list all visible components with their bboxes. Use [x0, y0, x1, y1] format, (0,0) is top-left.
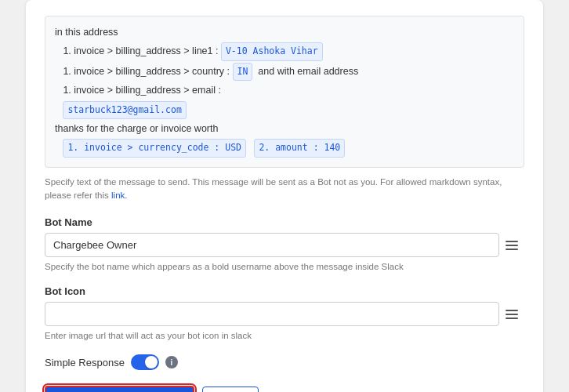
save-send-test-button[interactable]: Save & Send Test Request: [45, 386, 194, 392]
simple-response-info-icon[interactable]: i: [165, 356, 178, 368]
bot-name-menu-icon[interactable]: [499, 236, 524, 255]
message-line-5: thanks for the charge or invoice worth: [55, 121, 514, 137]
message-line-1: in this address: [55, 24, 514, 41]
tag-country: IN: [233, 63, 253, 82]
tag-email: starbuck123@gmail.com: [63, 101, 186, 120]
bot-icon-menu-icon[interactable]: [499, 305, 524, 324]
message-hint: Specify text of the message to send. Thi…: [45, 176, 524, 203]
bot-name-section: Bot Name Specify the bot name which appe…: [45, 216, 524, 271]
tag-amount: 2. amount : 140: [254, 139, 345, 158]
message-line-3: 1. invoice > billing_address > country :…: [55, 63, 514, 82]
message-line-4b: starbuck123@gmail.com: [55, 101, 514, 120]
tag-currency: 1. invoice > currency_code : USD: [63, 139, 246, 158]
action-buttons: Save & Send Test Request Save: [45, 386, 524, 392]
message-line-4: 1. invoice > billing_address > email :: [55, 82, 514, 99]
simple-response-row: Simple Response i: [45, 354, 524, 370]
bot-icon-input-row: [45, 302, 524, 326]
tag-line1: V-10 Ashoka Vihar: [221, 42, 323, 61]
save-button[interactable]: Save: [202, 387, 259, 392]
toggle-track: [131, 354, 159, 370]
toggle-thumb: [145, 356, 158, 368]
bot-name-input-row: [45, 233, 524, 257]
bot-name-input[interactable]: [45, 233, 499, 257]
simple-response-label: Simple Response: [45, 357, 125, 368]
message-preview-box: in this address 1. invoice > billing_add…: [45, 16, 524, 168]
main-card: in this address 1. invoice > billing_add…: [26, 0, 543, 392]
bot-name-label: Bot Name: [45, 216, 524, 228]
bot-icon-hint: Enter image url that will act as your bo…: [45, 331, 524, 340]
simple-response-toggle[interactable]: [131, 354, 159, 370]
bot-icon-input[interactable]: [45, 302, 499, 326]
message-line-6: 1. invoice > currency_code : USD 2. amou…: [55, 139, 514, 158]
message-line-2: 1. invoice > billing_address > line1 : V…: [55, 42, 514, 61]
markdown-link[interactable]: link.: [111, 191, 127, 200]
bot-name-hint: Specify the bot name which appears as a …: [45, 262, 524, 271]
bot-icon-section: Bot Icon Enter image url that will act a…: [45, 285, 524, 340]
bot-icon-label: Bot Icon: [45, 285, 524, 297]
